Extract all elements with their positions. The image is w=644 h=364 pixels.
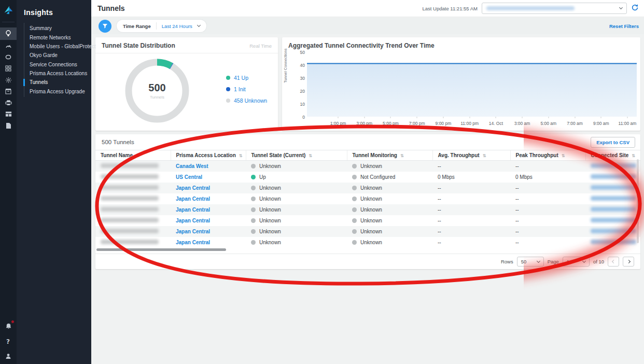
menu-item-list: SummaryRemote NetworksMobile Users - Glo… <box>24 23 91 97</box>
x-tick-mark <box>338 117 339 118</box>
svg-text:?: ? <box>6 338 10 345</box>
location-cell[interactable]: Japan Central <box>171 237 246 248</box>
x-tick-mark <box>469 117 470 118</box>
location-cell[interactable]: Japan Central <box>171 193 246 204</box>
sort-icon[interactable]: ⇅ <box>309 153 312 158</box>
refresh-icon[interactable] <box>631 4 639 13</box>
printer-icon[interactable] <box>0 97 17 108</box>
sidebar-item-mobile-users-globalprotect[interactable]: Mobile Users - GlobalProtect <box>24 42 91 51</box>
status-text: Unknown <box>259 218 281 223</box>
page-select[interactable]: 1 <box>563 257 590 267</box>
monitoring-cell: Unknown <box>347 204 432 215</box>
location-cell[interactable]: Japan Central <box>171 183 246 193</box>
location-link[interactable]: Japan Central <box>176 229 210 234</box>
legend-text: 1 Init <box>234 86 246 92</box>
archive-box-icon[interactable] <box>0 86 17 97</box>
y-axis-ticks: 50403020100 <box>288 52 305 117</box>
horizontal-scrollbar-thumb[interactable] <box>96 248 226 251</box>
sidebar-item-tunnels[interactable]: Tunnels <box>24 78 91 87</box>
column-header-prisma-access-location[interactable]: Prisma Access Location⇅ <box>171 150 246 161</box>
circle-icon[interactable] <box>0 51 17 63</box>
sort-icon[interactable]: ⇅ <box>400 153 404 158</box>
trend-area <box>307 64 637 117</box>
location-cell[interactable]: Japan Central <box>171 215 246 226</box>
location-link[interactable]: Canada West <box>176 163 208 169</box>
connected-site-redacted <box>591 218 636 222</box>
table-body: Canada WestUnknownUnknown----US CentralU… <box>95 161 640 248</box>
peak-throughput-cell: -- <box>510 193 585 204</box>
location-link[interactable]: Japan Central <box>176 207 210 213</box>
tunnel-name-redacted <box>101 218 159 222</box>
sidebar-item-prisma-access-upgrade[interactable]: Prisma Access Upgrade <box>24 87 91 96</box>
location-link[interactable]: Japan Central <box>176 185 210 191</box>
bell-icon[interactable] <box>0 321 17 331</box>
sort-icon[interactable]: ⇅ <box>136 153 139 158</box>
filter-funnel-button[interactable] <box>99 20 111 33</box>
location-link[interactable]: Japan Central <box>176 218 210 223</box>
location-cell[interactable]: Canada West <box>171 161 246 172</box>
rows-per-page-value: 50 <box>521 259 527 264</box>
apps-grid-icon[interactable] <box>0 63 17 74</box>
sort-icon[interactable]: ⇅ <box>562 153 565 158</box>
chevron-down-icon <box>619 6 623 9</box>
location-cell[interactable]: US Central <box>171 172 246 183</box>
prisma-logo[interactable] <box>0 0 17 21</box>
time-range-filter[interactable]: Time Range Last 24 Hours <box>117 20 206 32</box>
sidebar-item-service-connections[interactable]: Service Connections <box>24 60 91 69</box>
avg-throughput-cell: -- <box>432 183 510 193</box>
legend-item-init[interactable]: 1 Init <box>226 86 267 92</box>
chevron-right-icon <box>626 260 630 263</box>
tunnel-name-cell <box>95 193 171 204</box>
monitoring-cell: Unknown <box>347 215 432 226</box>
legend-item-unknown[interactable]: 458 Unknown <box>226 97 267 104</box>
location-link[interactable]: Japan Central <box>176 240 210 245</box>
connected-site-cell <box>585 204 640 215</box>
vertical-scrollbar[interactable] <box>637 159 639 243</box>
reset-filters-link[interactable]: Reset Filters <box>609 23 639 29</box>
gear-icon[interactable] <box>0 74 17 86</box>
real-time-badge: Real Time <box>249 43 272 49</box>
legend-item-up[interactable]: 41 Up <box>226 75 267 81</box>
export-to-csv-button[interactable]: Export to CSV <box>591 137 635 148</box>
dashboard-gauge-icon[interactable] <box>0 40 17 51</box>
location-cell[interactable]: Japan Central <box>171 204 246 215</box>
tunnel-name-redacted <box>101 207 159 212</box>
y-tick-label: 40 <box>300 63 305 68</box>
sort-icon[interactable]: ⇅ <box>239 153 243 158</box>
last-update-text: Last Update 11:21:55 AM <box>422 6 478 11</box>
x-tick-label: 1:00 pm <box>330 121 346 126</box>
sort-icon[interactable]: ⇅ <box>483 153 486 158</box>
column-header-peak-throughput[interactable]: Peak Throughput⇅ <box>510 150 585 161</box>
sidebar-item-okyo-garde[interactable]: Okyo Garde <box>24 51 91 60</box>
rows-per-page-select[interactable]: 50 <box>517 257 544 267</box>
help-icon[interactable]: ? <box>0 337 17 346</box>
tunnels-table-card: 500 Tunnels Export to CSV Tunnel Name⇅Pr… <box>95 134 640 269</box>
horizontal-scrollbar[interactable] <box>96 248 639 251</box>
user-icon[interactable] <box>0 352 17 361</box>
sidebar-item-remote-networks[interactable]: Remote Networks <box>24 33 91 41</box>
status-text: Unknown <box>360 240 382 245</box>
sort-icon[interactable]: ⇅ <box>632 153 635 158</box>
column-header-tunnel-state-current-[interactable]: Tunnel State (Current)⇅ <box>246 150 347 161</box>
account-selector-dropdown[interactable] <box>482 3 627 14</box>
x-tick-label: 9:00 am <box>593 121 609 126</box>
sidebar-item-summary[interactable]: Summary <box>24 24 91 33</box>
chevron-left-icon <box>611 260 615 263</box>
state-cell: Unknown <box>246 237 347 248</box>
layout-columns-icon[interactable] <box>0 108 17 120</box>
location-link[interactable]: US Central <box>176 174 202 180</box>
location-link[interactable]: Japan Central <box>176 196 210 202</box>
column-header-avg-throughput[interactable]: Avg. Throughput⇅ <box>432 150 510 161</box>
column-header-tunnel-name[interactable]: Tunnel Name⇅ <box>95 150 171 161</box>
insights-bulb-icon[interactable] <box>0 27 17 40</box>
monitoring-cell: Unknown <box>347 237 432 248</box>
document-icon[interactable] <box>0 120 17 131</box>
column-header-tunnel-monitoring[interactable]: Tunnel Monitoring⇅ <box>347 150 432 161</box>
peak-throughput-cell: -- <box>510 161 585 172</box>
prev-page-button[interactable] <box>608 257 619 267</box>
time-range-value[interactable]: Last 24 Hours <box>162 23 192 29</box>
location-cell[interactable]: Japan Central <box>171 226 246 237</box>
column-header-connected-site[interactable]: Connected Site⇅ <box>585 150 640 161</box>
next-page-button[interactable] <box>623 257 634 267</box>
sidebar-item-prisma-access-locations[interactable]: Prisma Access Locations <box>24 69 91 78</box>
